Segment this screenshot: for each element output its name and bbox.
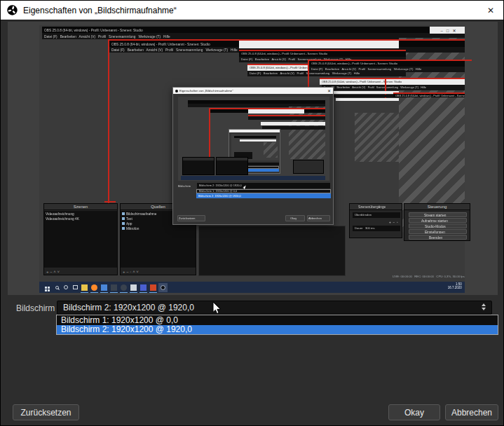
firefox-icon xyxy=(91,284,97,291)
chevron-updown-icon xyxy=(482,303,486,310)
obs-menubar-l4: Datei (F) Bearbeiten Ansicht (V) Profil … xyxy=(309,67,465,72)
dialog-title: Eigenschaften von „Bildschirmaufnahme“ xyxy=(23,6,177,15)
reset-button[interactable]: Zurücksetzen xyxy=(13,404,79,420)
nested-form-label: Bildschirm xyxy=(176,184,196,189)
scenes-panel: Szenen Videoaufzeichnung Videoaufzeichnu… xyxy=(43,203,118,275)
obs-titlebar-l0: OBS 25.0.8 (64-bit, windows) - Profil: U… xyxy=(42,27,465,33)
nested-preview xyxy=(178,97,329,181)
nested-option-2-selected: Bildschirm 2: 1920x1200 @ 1920,0 xyxy=(196,193,331,198)
obs-logo-icon xyxy=(7,5,18,15)
source-icon xyxy=(122,222,125,225)
out-of-bounds-stripes-small xyxy=(355,113,399,162)
obs-statusbar: LIVE: 00:00:00 REC: 00:00:00 CPU: 0,3%, … xyxy=(302,274,465,280)
stream-start-button: Stream starten xyxy=(424,213,446,217)
settings-button: Einstellungen xyxy=(425,230,445,233)
window-controls-icons: – □ ✕ xyxy=(430,27,465,34)
dialog-titlebar: Eigenschaften von „Bildschirmaufnahme“ ✕ xyxy=(1,1,503,20)
nested-combobox: Bildschirm 2: 1920x1200 @ 1920,0 xyxy=(197,183,330,188)
source-icon xyxy=(122,217,125,220)
nested2-titlebar xyxy=(229,130,280,132)
nested-cancel-button: Abbrechen xyxy=(307,215,330,221)
obs-menubar-l5: Datei (F) Bearbeiten Ansicht (V) Profil … xyxy=(322,85,465,90)
micro-bar xyxy=(334,95,399,97)
nested-reset-button: Zurücksetzen xyxy=(177,215,205,221)
source-icon xyxy=(122,227,125,230)
display-label: Bildschirm xyxy=(16,303,55,313)
micro-bar xyxy=(248,109,304,114)
scene-item: Videoaufzeichnung 4K xyxy=(46,217,79,220)
scenes-list: Videoaufzeichnung Videoaufzeichnung 4K xyxy=(44,211,117,268)
scene-item: Videoaufzeichnung xyxy=(46,212,74,215)
obs-titlebar-l6: OBS 25.0.8 (64-bit, windows) - Profil: U… xyxy=(393,92,465,97)
transition-select: Überblenden xyxy=(353,212,400,218)
nested-titlebar: Eigenschaften von „Bildschirmaufnahme“ ✕ xyxy=(173,88,333,94)
exit-button: Beenden xyxy=(429,235,442,239)
combobox-value: Bildschirm 2: 1920x1200 @ 1920,0 xyxy=(63,303,194,312)
capture-border-left xyxy=(108,39,109,203)
nested-obs-logo-icon xyxy=(175,90,178,92)
mini-scenes-panel xyxy=(182,157,214,175)
capture-border-bottom xyxy=(104,201,116,202)
obs-titlebar-l5: OBS 25.0.8 (64-bit, windows) - Profil: U… xyxy=(320,79,465,85)
scenes-toolbar: + − ˄ ˅ xyxy=(44,268,117,275)
source-item: Text xyxy=(126,217,132,220)
okay-button[interactable]: Okay xyxy=(388,404,440,420)
transitions-panel: Szenenübergänge Überblenden + − ◦ Dauer … xyxy=(349,203,402,238)
obs-titlebar-l4: OBS 25.0.8 (64-bit, windows) - Profil: U… xyxy=(309,61,465,67)
properties-dialog: Eigenschaften von „Bildschirmaufnahme“ ✕… xyxy=(0,0,504,426)
mini-taskbar xyxy=(181,176,325,180)
powerpoint-icon xyxy=(150,284,156,291)
capture-preview: OBS 25.0.8 (64-bit, windows) - Profil: U… xyxy=(8,22,498,295)
micro-bar xyxy=(261,122,325,125)
micro-bar xyxy=(334,91,399,94)
display-dropdown-list: Bildschirm 1: 1920x1200 @ 0,0 Bildschirm… xyxy=(56,315,498,335)
nested-title: Eigenschaften von „Bildschirmaufnahme“ xyxy=(179,89,233,92)
dropdown-option-2-selected[interactable]: Bildschirm 2: 1920x1200 @ 1920,0 xyxy=(57,325,498,334)
teams-icon xyxy=(140,284,147,291)
record-start-button: Aufnahme starten xyxy=(421,219,448,222)
nested-ok-button: Okay xyxy=(285,215,305,221)
transition-tools: + − ◦ xyxy=(371,219,400,224)
dropdown-option-1[interactable]: Bildschirm 1: 1920x1200 @ 0,0 xyxy=(57,315,498,325)
mouse-cursor-icon xyxy=(212,301,222,317)
taskbar-clock: 1:50 16.7.2020 xyxy=(448,282,462,290)
search-icon xyxy=(55,286,59,289)
start-icon xyxy=(45,287,47,289)
clock-date: 16.7.2020 xyxy=(448,286,462,289)
task-view-icon xyxy=(73,285,78,289)
micro-capture-border xyxy=(209,108,210,163)
display-combobox[interactable]: Bildschirm 2: 1920x1200 @ 1920,0 xyxy=(57,301,492,315)
scenes-header: Szenen xyxy=(44,204,117,210)
nested-properties-dialog: Eigenschaften von „Bildschirmaufnahme“ ✕ xyxy=(172,87,334,225)
windows-taskbar: 1:50 16.7.2020 xyxy=(39,282,465,293)
cortana-icon xyxy=(64,285,68,289)
camera-icon xyxy=(111,284,117,291)
nested-close-icon: ✕ xyxy=(327,88,331,93)
people-icon xyxy=(101,284,107,291)
close-icon[interactable]: ✕ xyxy=(484,4,498,17)
controls-panel: Steuerung Stream starten Aufnahme starte… xyxy=(404,203,470,241)
source-item: App xyxy=(126,221,132,225)
obs-taskbar-icon xyxy=(158,283,168,292)
sources-toolbar: + − ◦ ˄ ˅ xyxy=(121,268,196,275)
nested-dialog-titlebar-echo xyxy=(239,41,399,48)
cancel-button[interactable]: Abbrechen xyxy=(445,404,498,420)
studio-mode-button: Studio-Modus xyxy=(425,224,446,228)
source-item: Mikrofon xyxy=(126,226,139,230)
mini-sources-panel xyxy=(216,157,248,175)
micro-bar xyxy=(336,98,399,101)
transitions-header: Szenenübergänge xyxy=(358,205,386,209)
source-item: Bildschirmaufnahme xyxy=(126,212,156,215)
transition-duration: Dauer 300 ms xyxy=(353,226,400,231)
microphone-icon xyxy=(121,284,127,291)
micro-bar xyxy=(248,116,325,120)
controls-header: Steuerung xyxy=(404,204,470,210)
explorer-icon xyxy=(81,284,88,291)
obs-preview-dark-area xyxy=(198,226,346,276)
snip-icon xyxy=(130,284,137,291)
mini-controls-panel xyxy=(293,160,324,174)
source-icon xyxy=(122,212,125,215)
obs-titlebar-l2: OBS 25.0.8 (64-bit, windows) - Profil: U… xyxy=(239,51,406,57)
